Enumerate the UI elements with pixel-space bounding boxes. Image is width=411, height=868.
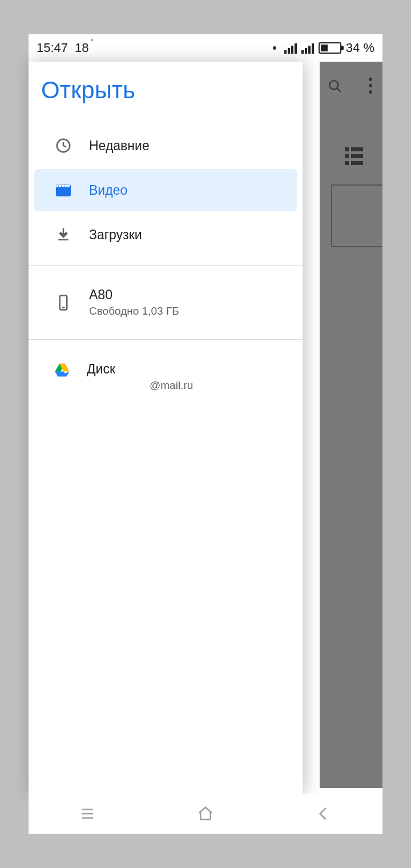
- drawer-item-label: Диск: [87, 361, 290, 377]
- divider: [29, 339, 303, 340]
- svg-marker-12: [55, 372, 67, 377]
- drawer-item-label: Загрузки: [89, 227, 142, 243]
- battery-icon: [319, 42, 341, 54]
- drawer-item-device[interactable]: A80 Свободно 1,03 ГБ: [34, 275, 297, 330]
- drawer-item-drive[interactable]: Диск @mail.ru: [34, 349, 297, 404]
- drawer-item-label: A80: [89, 287, 179, 303]
- drawer-item-downloads[interactable]: Загрузки: [34, 214, 297, 256]
- status-dot-icon: [273, 46, 276, 50]
- search-icon[interactable]: [328, 79, 342, 94]
- drawer-item-subtitle: Свободно 1,03 ГБ: [89, 305, 179, 318]
- status-time: 15:47: [37, 41, 68, 55]
- more-icon[interactable]: [369, 78, 372, 94]
- content-card-outline: [331, 184, 382, 247]
- drive-icon: [54, 361, 71, 379]
- battery-percent: 34 %: [346, 41, 374, 55]
- video-icon: [54, 182, 73, 199]
- drawer-item-label: Недавние: [89, 138, 150, 154]
- dimmed-background[interactable]: [320, 62, 382, 788]
- drawer-item-account: @mail.ru: [87, 379, 290, 392]
- status-bar: 15:47 18 34 %: [29, 34, 382, 62]
- status-temperature: 18: [75, 41, 88, 55]
- drawer-item-video[interactable]: Видео: [34, 169, 297, 211]
- system-nav-bar: [29, 794, 382, 834]
- svg-point-0: [329, 81, 338, 89]
- divider: [29, 265, 303, 266]
- view-list-icon[interactable]: [345, 147, 363, 168]
- cell-signal-icon: [284, 42, 297, 54]
- svg-rect-3: [57, 187, 71, 196]
- svg-marker-5: [59, 234, 68, 238]
- recents-button[interactable]: [77, 803, 98, 824]
- svg-line-1: [337, 88, 341, 92]
- drawer-item-recent[interactable]: Недавние: [34, 124, 297, 167]
- home-button[interactable]: [195, 803, 216, 824]
- download-icon: [54, 226, 73, 243]
- content-area: Открыть Недавние: [29, 62, 382, 794]
- back-button[interactable]: [313, 803, 334, 824]
- svg-rect-6: [58, 239, 68, 241]
- drawer-title: Открыть: [29, 62, 303, 123]
- cell-signal-icon-2: [301, 42, 314, 54]
- navigation-drawer: Открыть Недавние: [29, 62, 303, 794]
- drawer-item-label: Видео: [89, 183, 127, 198]
- phone-frame: 15:47 18 34 %: [29, 34, 382, 834]
- phone-icon: [54, 294, 73, 311]
- clock-icon: [54, 137, 73, 154]
